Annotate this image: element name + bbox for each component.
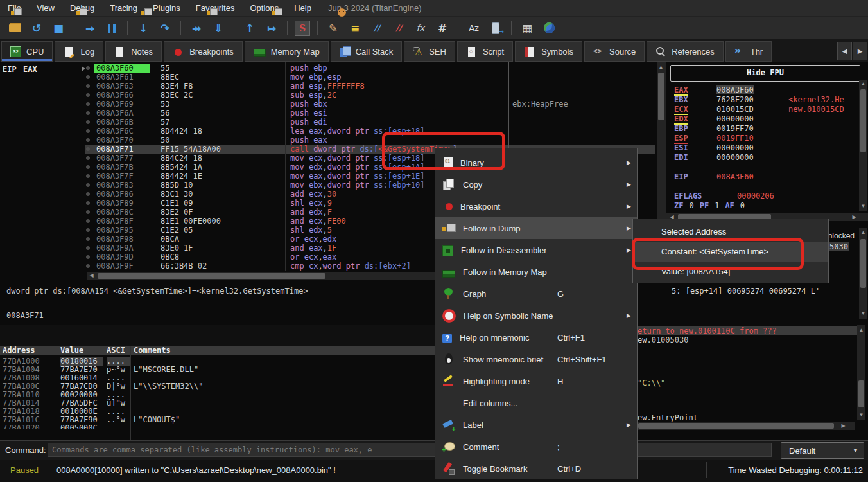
calculator-button[interactable]: ▦ <box>519 20 535 37</box>
menu-item-graph[interactable]: GraphG <box>435 283 637 305</box>
menu-item-help-on-symbolic-name[interactable]: Help on Symbolic Name▶ <box>435 305 637 326</box>
tab-symbols[interactable]: Symbols <box>515 41 582 62</box>
menu-item-highlighting-mode[interactable]: Highlighting modeH <box>435 370 637 392</box>
submenu-item-value-008aa154[interactable]: Value: [008AA154] <box>633 262 828 281</box>
register-value[interactable]: 00000000 <box>716 143 754 152</box>
disasm-row[interactable]: 008A3F6B57push edi <box>0 118 655 127</box>
functions-button[interactable]: fx <box>412 20 429 37</box>
menu-item-copy[interactable]: Copy▶ <box>435 174 637 195</box>
breakpoint-dot[interactable] <box>86 219 90 223</box>
tab-memory-map[interactable]: Memory Map <box>245 41 329 62</box>
tab-references[interactable]: References <box>647 41 723 62</box>
tab-notes[interactable]: Notes <box>105 41 162 62</box>
menu-item-binary[interactable]: Binary▶ <box>435 152 637 174</box>
breakpoint-dot[interactable] <box>86 192 90 196</box>
dump-value-cell[interactable]: 77BA7F90 <box>60 415 103 424</box>
register-row-edi[interactable]: EDI00000000 <box>666 153 859 163</box>
disasm-row[interactable]: 008A3F6953push ebxebx:HeapFree <box>0 100 655 109</box>
menu-item-toggle-bookmark[interactable]: Toggle BookmarkCtrl+D <box>435 458 637 479</box>
disasm-row[interactable]: 008A3F6383E4 F8and esp,FFFFFFF8 <box>0 82 655 91</box>
register-value[interactable]: 008A3F60 <box>716 85 754 94</box>
breakpoint-dot[interactable] <box>86 210 90 214</box>
breakpoint-dot[interactable] <box>86 246 90 250</box>
trace-over-button[interactable]: // <box>390 20 407 37</box>
stack-row[interactable]: ew.01005030 <box>638 335 855 344</box>
run-button[interactable]: → <box>82 20 98 37</box>
scroll-up-arrow[interactable]: ▲ <box>859 80 867 88</box>
breakpoint-dot[interactable] <box>86 165 90 169</box>
flag-value[interactable]: 1 <box>715 201 719 211</box>
breakpoint-dot[interactable] <box>86 255 90 259</box>
register-value[interactable]: 00000000 <box>716 114 754 123</box>
stop-button[interactable]: ■ <box>50 20 67 37</box>
menu-item-label[interactable]: Label▶ <box>435 414 637 436</box>
column-header-asci[interactable]: ASCI <box>107 346 125 355</box>
disasm-row[interactable]: 008A3F6683EC 2Csub esp,2C <box>0 91 655 100</box>
dump-value-cell[interactable]: 77BA5DFC <box>60 398 103 407</box>
disasm-row[interactable]: 008A3F6C8D4424 18lea eax,dword ptr ss:[e… <box>0 127 655 136</box>
stack-row[interactable]: "C:\\" <box>638 379 855 387</box>
preferences-button[interactable]: Az <box>465 20 482 37</box>
register-row-ecx[interactable]: ECX010015CDnew.010015CD <box>666 105 859 114</box>
breakpoint-dot[interactable] <box>86 111 90 115</box>
breakpoint-dot[interactable] <box>86 102 90 106</box>
disasm-row[interactable]: 008A3F6055push ebp <box>0 64 655 73</box>
breakpoint-dot[interactable] <box>86 156 90 160</box>
tab-call-stack[interactable]: Call Stack <box>331 41 403 62</box>
step-over-button[interactable]: ↷ <box>157 20 173 37</box>
disasm-row[interactable]: 008A3F618BECmov ebp,esp <box>0 73 655 82</box>
pause-button[interactable] <box>103 20 120 37</box>
dump-value-cell[interactable]: 77BA7CD0 <box>60 382 103 391</box>
dump-value-cell[interactable]: 77BA7E70 <box>60 365 103 374</box>
column-header-value[interactable]: Value <box>60 346 83 355</box>
register-row-eax[interactable]: EAX008A3F60 <box>666 85 859 95</box>
dump-value-cell[interactable]: 0010000E <box>60 407 103 416</box>
column-header-address[interactable]: Address <box>3 346 35 355</box>
register-value[interactable]: 00000206 <box>737 192 774 201</box>
register-row-ebp[interactable]: EBP0019FF70 <box>666 124 859 134</box>
tab-breakpoints[interactable]: Breakpoints <box>164 41 243 62</box>
register-row-esi[interactable]: ESI00000000 <box>666 143 859 153</box>
tab-script[interactable]: Script <box>457 41 513 62</box>
register-value[interactable]: 010015CD <box>716 105 754 114</box>
run-until-expression-button[interactable]: ↦ <box>263 20 280 37</box>
register-value[interactable]: 008A3F60 <box>716 172 754 181</box>
dump-value-cell[interactable]: 00160014 <box>60 373 103 382</box>
menu-item-comment[interactable]: Comment; <box>435 436 637 458</box>
register-value[interactable]: 0019FF70 <box>716 124 754 133</box>
trace-into-button[interactable]: // <box>369 20 385 37</box>
scroll-down-arrow[interactable]: ▼ <box>859 202 867 210</box>
breakpoint-dot[interactable] <box>86 201 90 205</box>
menu-item-show-mnemonic-brief[interactable]: Show mnemonic briefCtrl+Shift+F1 <box>435 348 637 370</box>
register-row-esp[interactable]: ESP0019FF10 <box>666 134 859 143</box>
dump-value-cell[interactable]: 00020000 <box>60 390 103 399</box>
tab-log[interactable]: Log <box>55 41 103 62</box>
tab-scroll-left-button[interactable]: ◀ <box>837 42 852 60</box>
tab-thr[interactable]: Thr <box>725 41 772 62</box>
status-address-link[interactable]: _008A0000 <box>272 465 315 475</box>
favourites-toolbar-button[interactable]: ≡ <box>347 20 363 37</box>
register-row-edx[interactable]: EDX00000000 <box>666 114 859 124</box>
breakpoint-dot[interactable] <box>86 147 90 151</box>
menu-help[interactable]: Help <box>286 3 319 13</box>
tab-cpu[interactable]: CPU <box>1 41 53 62</box>
tab-scroll-right-button[interactable]: ▶ <box>853 42 867 60</box>
menu-item-follow-in-dump[interactable]: Follow in Dump▶ <box>435 217 637 239</box>
scroll-up-arrow[interactable]: ▲ <box>857 326 865 334</box>
breakpoint-dot[interactable] <box>86 66 90 70</box>
restart-button[interactable]: ↺ <box>28 20 45 37</box>
scroll-right-arrow[interactable]: ▶ <box>850 213 858 221</box>
breakpoint-dot[interactable] <box>86 183 90 187</box>
step-out-button[interactable]: ↑ <box>241 20 258 37</box>
breakpoint-dot[interactable] <box>86 174 90 178</box>
patches-button[interactable]: ✎ <box>325 20 342 37</box>
flag-value[interactable]: 0 <box>689 201 693 211</box>
menu-item-edit-columns[interactable]: Edit columns... <box>435 392 637 414</box>
menu-item-follow-in-memory-map[interactable]: Follow in Memory Map <box>435 261 637 283</box>
menu-item-breakpoint[interactable]: Breakpoint▶ <box>435 195 637 217</box>
stack-row[interactable]: eturn to new.0100110C from ??? <box>636 326 857 335</box>
register-row-eflags[interactable]: EFLAGS00000206 <box>666 192 859 201</box>
seh-chain-button[interactable]: S <box>295 21 310 36</box>
breakpoint-dot[interactable] <box>86 84 90 88</box>
disasm-row[interactable]: 008A3F7050push eax <box>0 136 655 145</box>
